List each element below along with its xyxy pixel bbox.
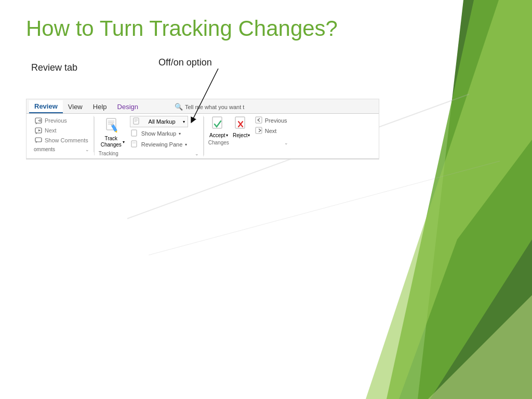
- comments-buttons: Previous Next Show Comment: [34, 116, 89, 145]
- show-comments-btn[interactable]: Show Comments: [34, 136, 89, 145]
- comments-group-label: omments: [34, 147, 55, 152]
- svg-rect-17: [131, 130, 137, 136]
- comments-group: Previous Next Show Comment: [30, 116, 94, 152]
- review-tab-label: Review tab: [31, 62, 77, 73]
- tracking-expand-btn[interactable]: ⌄: [195, 151, 199, 156]
- prev-next-changes: Previous Next: [254, 116, 288, 136]
- changes-next-icon: [255, 127, 263, 135]
- changes-group-label: Changes: [208, 140, 229, 145]
- tab-design[interactable]: Design: [112, 101, 143, 113]
- comment-next-icon: [35, 126, 43, 135]
- comments-group-footer: omments ⌄: [34, 145, 89, 152]
- reviewing-pane-btn[interactable]: Reviewing Pane ▾: [130, 140, 189, 149]
- tracking-group-footer: Tracking ⌄: [99, 149, 199, 156]
- tab-help[interactable]: Help: [88, 101, 112, 113]
- svg-rect-18: [131, 141, 137, 147]
- svg-rect-4: [35, 138, 42, 142]
- changes-group-footer: Changes ⌄: [208, 138, 288, 145]
- reviewing-pane-label: Reviewing Pane: [141, 141, 183, 148]
- ribbon-bottom-border: [26, 158, 379, 159]
- slide-content: How to Turn Tracking Changes? Review tab…: [0, 0, 532, 291]
- track-changes-icon: [103, 117, 122, 136]
- show-comments-icon: [35, 136, 43, 144]
- comment-prev-icon: [35, 116, 43, 125]
- track-changes-label-row: TrackChanges ▾: [101, 136, 125, 148]
- prev-comment-label: Previous: [45, 117, 67, 124]
- changes-next-btn[interactable]: Next: [254, 126, 288, 136]
- changes-prev-icon: [255, 116, 263, 125]
- comments-expand-btn[interactable]: ⌄: [85, 147, 89, 152]
- all-markup-label: All Markup: [149, 118, 176, 125]
- show-markup-label: Show Markup: [141, 130, 176, 137]
- tracking-group-label: Tracking: [99, 151, 118, 156]
- tab-review[interactable]: Review: [29, 100, 63, 113]
- show-comments-label: Show Comments: [45, 137, 88, 143]
- changes-next-label: Next: [265, 128, 277, 134]
- annotation-area: Review tab Off/on option Review View Hel…: [26, 57, 506, 275]
- all-markup-icon: [133, 117, 140, 126]
- track-changes-label: TrackChanges: [101, 136, 122, 148]
- changes-previous-btn[interactable]: Previous: [254, 116, 288, 125]
- svg-rect-24: [256, 117, 262, 123]
- slide-title: How to Turn Tracking Changes?: [26, 16, 506, 42]
- reviewing-pane-arrow: ▾: [185, 142, 187, 147]
- offon-label: Off/on option: [158, 57, 212, 68]
- next-comment-label: Next: [45, 127, 57, 134]
- previous-comment-btn[interactable]: Previous: [34, 116, 89, 125]
- svg-rect-13: [134, 118, 139, 124]
- reject-dropdown[interactable]: ▾: [248, 133, 250, 138]
- next-comment-btn[interactable]: Next: [34, 126, 89, 135]
- changes-previous-label: Previous: [265, 117, 287, 124]
- track-changes-button[interactable]: TrackChanges ▾: [99, 116, 127, 149]
- tab-view[interactable]: View: [63, 101, 88, 113]
- changes-expand-btn[interactable]: ⌄: [284, 140, 288, 145]
- show-markup-icon: [131, 129, 138, 138]
- reviewing-pane-icon: [131, 140, 138, 149]
- track-changes-dropdown-arrow[interactable]: ▾: [123, 140, 125, 144]
- arrow-annotation: [177, 69, 239, 136]
